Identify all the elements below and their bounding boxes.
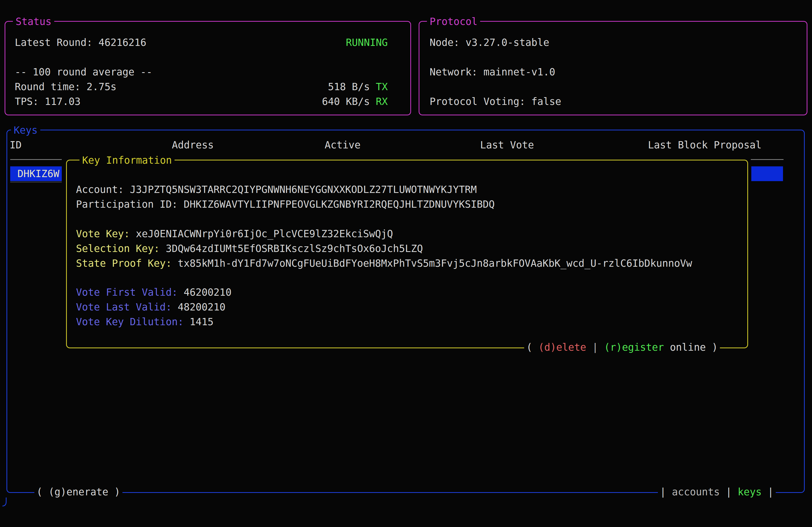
tab-divider: |: [726, 485, 732, 499]
state-proof-key-label: State Proof Key:: [76, 256, 172, 271]
rx-rate-unit: RX: [376, 94, 388, 109]
vote-last-valid-value: 48200210: [178, 300, 226, 315]
account-value: J3JPZTQ5NSW3TARRC2QIYPGNWNH6NEYGGNXXKODL…: [130, 182, 477, 197]
table-row-selected-right-fragment: [751, 166, 783, 181]
node-state-badge: RUNNING: [346, 35, 388, 50]
register-online-action[interactable]: (r)egister: [604, 340, 664, 355]
column-header-last-block-proposal: Last Block Proposal: [648, 138, 762, 152]
column-header-active: Active: [325, 138, 361, 152]
protocol-voting-text: Protocol Voting: false: [430, 94, 561, 109]
table-header-separator-left: [10, 159, 62, 160]
action-bar-open-paren: (: [526, 340, 532, 355]
table-row-selected-id-cell[interactable]: DHKIZ6W: [10, 166, 62, 181]
selected-key-id: DHKIZ6W: [17, 166, 59, 181]
status-panel: Status Latest Round: 46216216 RUNNING --…: [4, 21, 411, 115]
register-online-suffix: online: [670, 340, 706, 355]
status-panel-body: Latest Round: 46216216 RUNNING -- 100 ro…: [5, 22, 410, 115]
latest-round-text: Latest Round: 46216216: [15, 35, 146, 50]
key-information-modal: Key Information Account: J3JPZTQ5NSW3TAR…: [66, 160, 748, 348]
protocol-panel: Protocol Node: v3.27.0-stable Network: m…: [419, 21, 808, 115]
state-proof-key-value: tx85kM1h-dY1Fd7w7oNCgFUeUiBdFYoeH8MxPhTv…: [178, 256, 692, 271]
tx-rate-unit: TX: [376, 79, 388, 94]
vote-key-dilution-value: 1415: [190, 315, 214, 329]
vote-first-valid-label: Vote First Valid:: [76, 285, 178, 300]
tab-divider: |: [768, 485, 773, 499]
action-bar-close-paren: ): [712, 340, 718, 355]
account-label: Account:: [76, 182, 124, 197]
node-version-text: Node: v3.27.0-stable: [430, 35, 549, 50]
tab-keys[interactable]: keys: [738, 485, 762, 499]
vote-first-valid-value: 46200210: [184, 285, 231, 300]
delete-action[interactable]: (d)elete: [538, 340, 586, 355]
column-header-address: Address: [172, 138, 214, 152]
status-panel-title: Status: [13, 14, 54, 29]
selection-key-label: Selection Key:: [76, 241, 160, 256]
vote-key-label: Vote Key:: [76, 226, 130, 241]
view-tabs: | accounts | keys |: [658, 485, 776, 499]
modal-action-bar: ( (d)elete | (r)egister online ): [524, 340, 720, 355]
tab-accounts[interactable]: accounts: [672, 485, 720, 499]
vote-key-value: xeJ0ENIACWNrpYi0r6IjOc_PlcVCE9lZ32EkciSw…: [136, 226, 393, 241]
spacer-row: [15, 50, 388, 65]
network-text: Network: mainnet-v1.0: [430, 65, 555, 79]
keys-panel: Keys ID Address Active Last Vote Last Bl…: [6, 130, 805, 493]
spacer-row: [430, 50, 796, 65]
tx-rate-group: 518 B/s TX: [328, 79, 388, 94]
participation-id-value: DHKIZ6WAVTYLIIPNFPEOVGLKZGNBYRI2RQEQJHLT…: [184, 197, 495, 212]
action-divider: |: [592, 340, 598, 355]
selection-key-value: 3DQw64zdIUMt5EfOSRBIKsczlSz9chTsOx6oJch5…: [166, 241, 423, 256]
terminal-screen: { "colors": { "magenta_border": "#bf35bf…: [0, 0, 812, 527]
vote-last-valid-label: Vote Last Valid:: [76, 300, 172, 315]
rx-rate-value: 640 KB/s: [322, 94, 370, 109]
rx-rate-group: 640 KB/s RX: [322, 94, 388, 109]
key-information-title: Key Information: [79, 153, 175, 168]
tps-text: TPS: 117.03: [15, 94, 81, 109]
column-header-id: ID: [10, 138, 22, 152]
vote-key-dilution-label: Vote Key Dilution:: [76, 315, 184, 329]
round-time-text: Round time: 2.75s: [15, 79, 117, 94]
participation-id-label: Participation ID:: [76, 197, 178, 212]
border-corner-fragment: [2, 496, 9, 508]
tab-divider: |: [660, 485, 666, 499]
selected-row-underline: [10, 182, 62, 182]
protocol-panel-title: Protocol: [427, 14, 480, 29]
table-header-separator-right: [751, 159, 784, 160]
column-header-last-vote: Last Vote: [480, 138, 534, 152]
round-average-header: -- 100 round average --: [15, 65, 152, 79]
keys-panel-title: Keys: [11, 123, 40, 138]
spacer-row: [430, 79, 796, 94]
tx-rate-value: 518 B/s: [328, 79, 370, 94]
protocol-panel-body: Node: v3.27.0-stable Network: mainnet-v1…: [419, 22, 807, 115]
generate-button[interactable]: ( (g)enerate ): [34, 485, 122, 499]
